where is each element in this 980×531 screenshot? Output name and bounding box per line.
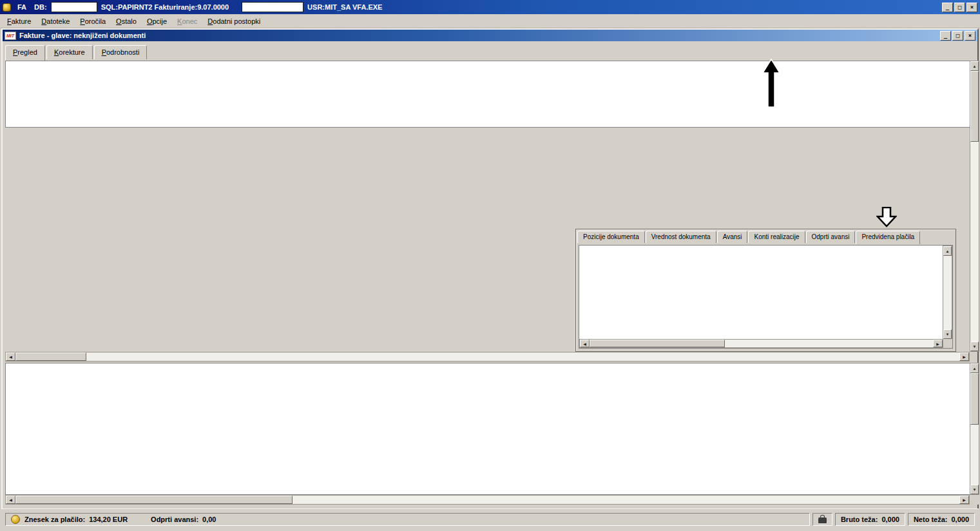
tab-pozicije-dokumenta[interactable]: Pozicije dokumenta [577,231,645,243]
view-tabs: PregledKorekturePodrobnosti [5,45,148,61]
status-weight-panel [812,513,832,526]
invoices-hscrollbar[interactable]: ◀ ▶ [5,352,970,362]
inner-titlebar: MIT Fakture - glave: neknjiženi dokument… [3,30,977,41]
positions-vscrollbar[interactable]: ▲ ▼ [970,363,979,495]
status-gross-panel: Bruto teža: 0,000 [835,513,905,526]
app-icon [3,3,11,12]
tab-korekture[interactable]: Korekture [46,45,93,59]
inner-minimize-button[interactable]: _ [940,31,951,41]
scroll-track[interactable] [725,340,933,347]
amount-value: 134,20 EUR [89,516,128,523]
tabstrip: PregledKorekturePodrobnosti [3,41,977,61]
tab-konti-realizacije[interactable]: Konti realizacije [748,231,805,243]
app-window: FA DB: SQL:PAPIRNT2 Fakturiranje:9.07.00… [0,0,980,531]
net-weight-label: Neto teža: [914,516,948,523]
scrollbar-corner [970,495,979,505]
annotation-arrow-down [876,207,897,227]
inner-restore-button[interactable]: □ [952,31,963,41]
tab-pregled[interactable]: Pregled [5,45,45,61]
net-weight-value: 0,000 [951,516,969,523]
scroll-up-icon[interactable]: ▲ [943,246,952,256]
scroll-track[interactable] [86,352,959,361]
menu-datoteke[interactable]: Datoteke [36,15,75,27]
gross-weight-label: Bruto teža: [841,516,878,523]
detail-grid [579,246,944,340]
scrollbar-corner [943,339,952,348]
invoices-grid [5,61,970,128]
detail-tabs: Pozicije dokumentaVrednost dokumentaAvan… [576,229,956,244]
amount-label: Znesek za plačilo: [24,516,85,523]
scroll-thumb[interactable] [970,373,979,425]
mit-logo-icon: MIT [5,32,16,40]
statusbar: Znesek za plačilo: 134,20 EUR Odprti ava… [1,508,979,530]
menu-konec: Konec [172,15,202,27]
titlebar: FA DB: SQL:PAPIRNT2 Fakturiranje:9.07.00… [0,0,980,14]
scroll-thumb[interactable] [590,340,725,347]
scroll-right-icon[interactable]: ▶ [959,496,969,504]
detail-grid-wrap: ▲ ▼ ◀ ▶ [579,245,953,349]
db-label: DB: [34,3,47,11]
tab-vrednost-dokumenta[interactable]: Vrednost dokumenta [646,231,716,243]
close-button[interactable]: × [966,3,977,12]
db-input[interactable] [51,2,97,12]
tab-podrobnosti[interactable]: Podrobnosti [94,45,148,59]
menu-ostalo[interactable]: Ostalo [111,15,142,27]
titlebar-field[interactable] [242,2,303,12]
menu-opcije[interactable]: Opcije [142,15,172,27]
inner-close-button[interactable]: × [965,31,975,41]
gross-weight-value: 0,000 [881,516,899,523]
annotation-arrow-up [762,59,780,108]
window-title: Fakture - glave: neknjiženi dokumenti [19,32,939,39]
app-label: FA [17,3,26,11]
coins-icon [11,515,20,524]
scroll-down-icon[interactable]: ▼ [943,329,952,339]
scroll-thumb[interactable] [15,496,293,504]
scroll-left-icon[interactable]: ◀ [6,496,15,504]
scroll-down-icon[interactable]: ▼ [970,485,979,494]
weight-icon [818,517,827,523]
maximize-button[interactable]: □ [954,3,965,12]
detail-panel: Pozicije dokumentaVrednost dokumentaAvan… [575,229,956,352]
detail-vscrollbar[interactable]: ▲ ▼ [943,246,952,340]
menu-dodatni-postopki[interactable]: Dodatni postopki [202,15,265,27]
menubar: FaktureDatotekePoročilaOstaloOpcijeKonec… [0,14,980,28]
scroll-track[interactable] [970,142,979,342]
scroll-thumb[interactable] [15,352,86,361]
invoices-vscrollbar[interactable]: ▲ ▼ [970,61,979,352]
minimize-button[interactable]: _ [942,3,953,12]
positions-grid [5,363,970,495]
scroll-left-icon[interactable]: ◀ [6,352,15,361]
detail-hscrollbar[interactable]: ◀ ▶ [579,339,943,348]
status-amount-panel: Znesek za plačilo: 134,20 EUR Odprti ava… [5,513,810,526]
scroll-track[interactable] [293,496,959,504]
scroll-up-icon[interactable]: ▲ [970,363,979,373]
scroll-up-icon[interactable]: ▲ [970,61,979,71]
advances-label: Odprti avansi: [151,516,198,523]
tab-odprti-avansi[interactable]: Odprti avansi [806,231,856,243]
scroll-thumb[interactable] [970,71,979,142]
scroll-track[interactable] [943,256,952,329]
scroll-left-icon[interactable]: ◀ [580,340,590,347]
scroll-down-icon[interactable]: ▼ [970,342,979,351]
status-net-panel: Neto teža: 0,000 [908,513,975,526]
menu-poro-ila[interactable]: Poročila [75,15,111,27]
positions-hscrollbar[interactable]: ◀ ▶ [5,495,970,505]
user-exe-label: USR:MIT_SA VFA.EXE [307,3,382,11]
scroll-track[interactable] [970,425,979,485]
menu-fakture[interactable]: Fakture [2,15,36,27]
tab-avansi[interactable]: Avansi [717,231,748,243]
tab-predvidena-pla-ila[interactable]: Predvidena plačila [856,231,920,244]
scroll-right-icon[interactable]: ▶ [933,340,943,347]
sql-version-label: SQL:PAPIRNT2 Fakturiranje:9.07.0000 [101,3,229,11]
advances-value: 0,00 [202,516,216,523]
scroll-right-icon[interactable]: ▶ [959,352,969,361]
